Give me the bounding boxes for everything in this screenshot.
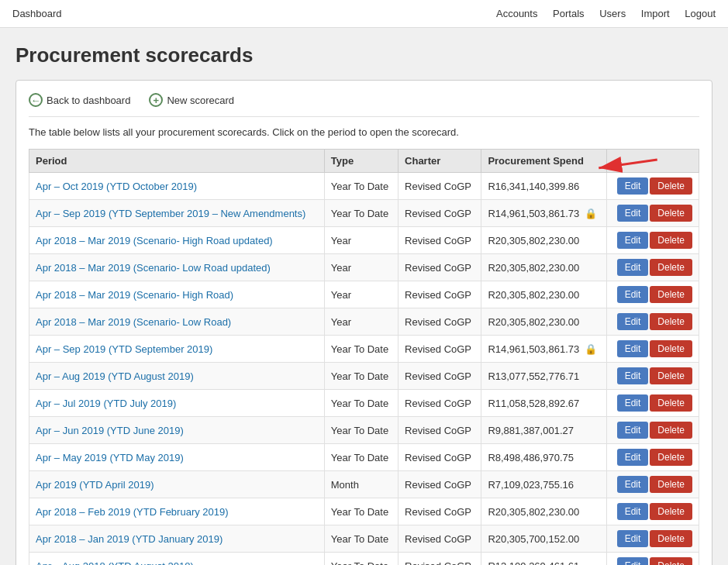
period-link[interactable]: Apr – Aug 2019 (YTD August 2019)	[36, 370, 194, 382]
edit-button[interactable]: Edit	[617, 557, 649, 565]
col-header-period: Period	[29, 150, 325, 173]
period-link[interactable]: Apr 2018 – Mar 2019 (Scenario- Low Road)	[36, 316, 231, 328]
cell-spend: R14,961,503,861.73🔒	[481, 200, 606, 227]
delete-button[interactable]: Delete	[650, 286, 692, 303]
scorecards-table: Period Type Charter Procurement Spend Ap…	[29, 149, 699, 565]
edit-button[interactable]: Edit	[617, 394, 649, 412]
table-row: Apr 2018 – Mar 2019 (Scenario- High Road…	[29, 227, 699, 254]
period-link[interactable]: Apr – Aug 2018 (YTD August 2018)	[36, 560, 194, 566]
delete-button[interactable]: Delete	[650, 557, 692, 565]
cell-spend: R13,109,369,461.61	[481, 553, 606, 566]
back-circle-icon: ←	[29, 93, 43, 107]
edit-button[interactable]: Edit	[617, 530, 649, 547]
logout-link[interactable]: Logout	[685, 8, 716, 19]
delete-button[interactable]: Delete	[650, 503, 692, 520]
cell-charter: Revised CoGP	[399, 336, 481, 363]
dashboard-link[interactable]: Dashboard	[12, 8, 62, 19]
cell-spend: R20,305,802,230.00	[481, 308, 606, 336]
period-link[interactable]: Apr – Jun 2019 (YTD June 2019)	[36, 425, 184, 436]
delete-button[interactable]: Delete	[650, 367, 692, 384]
cell-type: Year	[324, 308, 398, 336]
period-link[interactable]: Apr – May 2019 (YTD May 2019)	[36, 452, 184, 463]
edit-button[interactable]: Edit	[617, 286, 649, 303]
edit-button[interactable]: Edit	[617, 259, 649, 276]
edit-button[interactable]: Edit	[617, 503, 649, 520]
table-row: Apr – May 2019 (YTD May 2019)Year To Dat…	[29, 444, 699, 471]
import-link[interactable]: Import	[641, 8, 670, 19]
delete-button[interactable]: Delete	[650, 422, 692, 439]
cell-charter: Revised CoGP	[399, 553, 481, 566]
cell-period: Apr – Aug 2018 (YTD August 2018)	[29, 553, 325, 566]
period-link[interactable]: Apr 2019 (YTD April 2019)	[36, 479, 154, 491]
cell-spend: R20,305,700,152.00	[481, 525, 606, 553]
edit-button[interactable]: Edit	[617, 340, 649, 357]
period-link[interactable]: Apr 2018 – Mar 2019 (Scenario- High Road…	[36, 235, 273, 246]
period-link[interactable]: Apr 2018 – Mar 2019 (Scenario- Low Road …	[36, 262, 271, 274]
back-to-dashboard-link[interactable]: ← Back to dashboard	[29, 93, 130, 107]
cell-actions: EditDelete	[606, 553, 699, 566]
table-row: Apr 2018 – Feb 2019 (YTD February 2019)Y…	[29, 498, 699, 525]
delete-button[interactable]: Delete	[650, 394, 692, 412]
cell-type: Year	[324, 227, 398, 254]
cell-actions: EditDelete	[606, 390, 699, 417]
period-link[interactable]: Apr – Sep 2019 (YTD September 2019 – New…	[36, 208, 305, 219]
edit-button[interactable]: Edit	[617, 449, 649, 466]
cell-charter: Revised CoGP	[399, 281, 481, 308]
delete-button[interactable]: Delete	[650, 476, 692, 493]
cell-type: Year	[324, 281, 398, 308]
delete-button[interactable]: Delete	[650, 259, 692, 276]
delete-button[interactable]: Delete	[650, 205, 692, 222]
cell-charter: Revised CoGP	[399, 200, 481, 227]
table-row: Apr – Jul 2019 (YTD July 2019)Year To Da…	[29, 390, 699, 417]
cell-type: Month	[324, 471, 398, 498]
accounts-link[interactable]: Accounts	[496, 8, 537, 19]
cell-actions: EditDelete	[606, 525, 699, 553]
period-link[interactable]: Apr 2018 – Feb 2019 (YTD February 2019)	[36, 506, 229, 518]
edit-button[interactable]: Edit	[617, 232, 649, 249]
edit-button[interactable]: Edit	[617, 313, 649, 330]
cell-charter: Revised CoGP	[399, 363, 481, 390]
delete-button[interactable]: Delete	[650, 449, 692, 466]
cell-spend: R16,341,140,399.86	[481, 173, 606, 200]
cell-actions: EditDelete	[606, 281, 699, 308]
new-scorecard-label: New scorecard	[167, 95, 234, 106]
cell-type: Year To Date	[324, 173, 398, 200]
description-text: The table below lists all your procureme…	[29, 126, 699, 138]
top-navigation: Dashboard Accounts Portals Users Import …	[0, 0, 728, 28]
table-wrapper: Period Type Charter Procurement Spend Ap…	[29, 149, 699, 565]
cell-charter: Revised CoGP	[399, 444, 481, 471]
users-link[interactable]: Users	[599, 8, 626, 19]
period-link[interactable]: Apr 2018 – Jan 2019 (YTD January 2019)	[36, 533, 223, 545]
cell-spend: R9,881,387,001.27	[481, 417, 606, 444]
edit-button[interactable]: Edit	[617, 205, 649, 222]
cell-actions: EditDelete	[606, 200, 699, 227]
period-link[interactable]: Apr – Oct 2019 (YTD October 2019)	[36, 181, 197, 192]
cell-period: Apr 2018 – Feb 2019 (YTD February 2019)	[29, 498, 325, 525]
period-link[interactable]: Apr – Jul 2019 (YTD July 2019)	[36, 398, 176, 409]
col-header-actions	[606, 150, 699, 173]
delete-button[interactable]: Delete	[650, 313, 692, 330]
edit-button[interactable]: Edit	[617, 422, 649, 439]
delete-button[interactable]: Delete	[650, 530, 692, 547]
cell-type: Year To Date	[324, 553, 398, 566]
cell-period: Apr – Aug 2019 (YTD August 2019)	[29, 363, 325, 390]
edit-button[interactable]: Edit	[617, 367, 649, 384]
cell-actions: EditDelete	[606, 227, 699, 254]
new-scorecard-link[interactable]: + New scorecard	[149, 93, 234, 107]
cell-actions: EditDelete	[606, 471, 699, 498]
edit-button[interactable]: Edit	[617, 476, 649, 493]
period-link[interactable]: Apr 2018 – Mar 2019 (Scenario- High Road…	[36, 289, 233, 301]
delete-button[interactable]: Delete	[650, 232, 692, 249]
cell-period: Apr – May 2019 (YTD May 2019)	[29, 444, 325, 471]
portals-link[interactable]: Portals	[553, 8, 584, 19]
cell-spend: R13,077,552,776.71	[481, 363, 606, 390]
lock-icon: 🔒	[585, 343, 597, 355]
table-row: Apr – Jun 2019 (YTD June 2019)Year To Da…	[29, 417, 699, 444]
table-row: Apr – Sep 2019 (YTD September 2019 – New…	[29, 200, 699, 227]
period-link[interactable]: Apr – Sep 2019 (YTD September 2019)	[36, 343, 212, 355]
cell-period: Apr – Oct 2019 (YTD October 2019)	[29, 173, 325, 200]
delete-button[interactable]: Delete	[650, 177, 692, 195]
cell-actions: EditDelete	[606, 363, 699, 390]
edit-button[interactable]: Edit	[617, 177, 649, 195]
delete-button[interactable]: Delete	[650, 340, 692, 357]
